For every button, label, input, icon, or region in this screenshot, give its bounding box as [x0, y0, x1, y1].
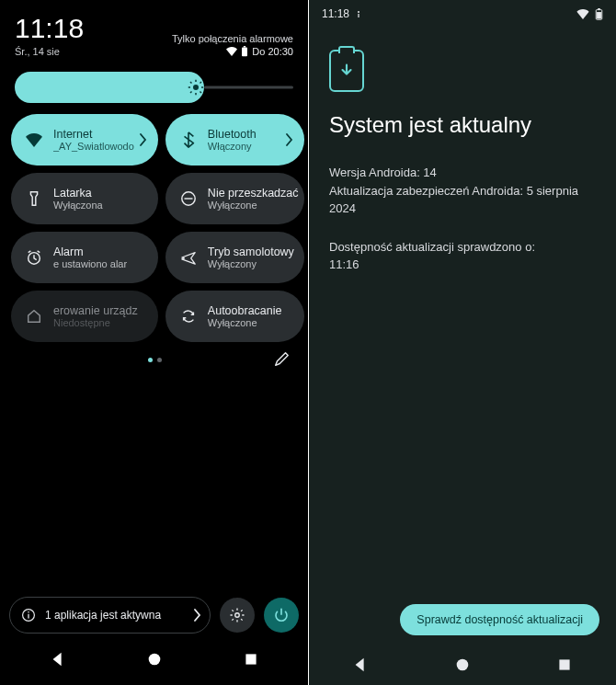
page-title: System jest aktualny — [329, 112, 596, 138]
bluetooth-icon — [178, 131, 199, 148]
nav-recents-button[interactable] — [233, 641, 269, 678]
security-patch-line: Aktualizacja zabezpieczeń Androida: 5 si… — [329, 182, 596, 218]
edit-tiles-button[interactable] — [273, 351, 290, 368]
battery-icon — [241, 46, 248, 57]
notification-dot-icon — [355, 9, 362, 18]
svg-rect-24 — [598, 8, 599, 10]
nav-home-button[interactable] — [136, 641, 173, 678]
info-icon — [21, 608, 36, 622]
active-apps-label: 1 aplikacja jest aktywna — [45, 609, 161, 622]
chevron-right-icon — [193, 609, 202, 622]
svg-point-2 — [193, 85, 199, 90]
active-apps-pill[interactable]: 1 aplikacja jest aktywna — [9, 597, 211, 634]
tile-flashlight[interactable]: Latarka Wyłączona — [11, 173, 158, 224]
tile-dnd[interactable]: Nie przeszkadzać Wyłączone — [165, 173, 304, 224]
nav-home-button[interactable] — [444, 646, 481, 683]
tile-label: Internet — [53, 128, 134, 141]
tile-sub: e ustawiono alar — [53, 258, 153, 269]
svg-rect-21 — [358, 14, 359, 17]
status-time: 11:18 — [322, 7, 349, 20]
flashlight-icon — [24, 190, 44, 207]
wifi-icon — [576, 9, 589, 19]
phone-system-update: 11:18 System jest aktualny Wersja Androi… — [308, 0, 616, 685]
svg-rect-19 — [245, 654, 256, 664]
date-label: Śr., 14 sie — [15, 46, 60, 57]
tile-label: Latarka — [53, 187, 153, 200]
update-phone-icon — [329, 50, 364, 92]
chevron-right-icon — [134, 133, 153, 146]
checked-label: Dostępność aktualizacji sprawdzono o: — [329, 238, 596, 257]
rotate-icon — [178, 308, 199, 325]
tile-sub: _AY_Swiatlowodo — [53, 141, 134, 152]
svg-rect-1 — [244, 46, 245, 48]
phone-quick-settings: 11:18 Tylko połączenia alarmowe Śr., 14 … — [0, 0, 308, 685]
power-icon — [273, 607, 290, 623]
tile-sub: Włączony — [208, 141, 280, 152]
brightness-icon — [188, 79, 204, 96]
svg-rect-23 — [597, 12, 601, 18]
dnd-icon — [178, 190, 199, 207]
home-icon — [24, 308, 44, 325]
svg-rect-26 — [560, 659, 570, 669]
nav-back-button[interactable] — [342, 646, 379, 683]
tile-sub: Wyłączone — [208, 317, 299, 328]
settings-button[interactable] — [220, 598, 255, 633]
tile-bluetooth[interactable]: Bluetooth Włączony — [165, 114, 304, 166]
svg-point-17 — [235, 613, 240, 618]
status-bar: 11:18 — [309, 0, 616, 24]
tile-label: Tryb samolotowy — [208, 245, 299, 258]
svg-rect-0 — [242, 48, 247, 57]
tile-label: Bluetooth — [208, 128, 280, 141]
airplane-icon — [178, 249, 199, 266]
tile-label: Autoobracanie — [208, 304, 299, 317]
status-icons: Do 20:30 — [226, 46, 293, 57]
svg-rect-16 — [28, 614, 29, 619]
nav-bar — [9, 641, 299, 678]
emergency-calls-label: Tylko połączenia alarmowe — [172, 33, 293, 44]
check-updates-button[interactable]: Sprawdź dostępność aktualizacji — [400, 604, 599, 635]
tile-sub: Niedostępne — [53, 317, 153, 328]
battery-until-label: Do 20:30 — [252, 46, 293, 57]
tile-sub: Wyłączony — [208, 258, 299, 269]
wifi-icon — [226, 47, 237, 56]
qs-header: 11:18 Tylko połączenia alarmowe Śr., 14 … — [0, 0, 308, 63]
alarm-icon — [24, 249, 44, 266]
tile-sub: Wyłączona — [53, 200, 153, 211]
brightness-slider[interactable] — [0, 63, 308, 114]
svg-line-8 — [200, 92, 201, 94]
svg-line-7 — [190, 82, 192, 84]
battery-icon — [595, 8, 603, 20]
svg-line-10 — [200, 82, 201, 84]
tile-sub: Wyłączone — [208, 200, 299, 211]
chevron-right-icon — [280, 133, 299, 146]
tile-airplane[interactable]: Tryb samolotowy Wyłączony — [165, 232, 304, 283]
svg-point-20 — [358, 11, 359, 13]
android-version-line: Wersja Androida: 14 — [329, 164, 596, 182]
page-indicator — [148, 358, 162, 362]
power-button[interactable] — [264, 598, 299, 633]
nav-back-button[interactable] — [40, 641, 76, 678]
nav-bar — [309, 645, 616, 685]
wifi-icon — [24, 133, 44, 147]
gear-icon — [229, 607, 245, 623]
nav-recents-button[interactable] — [546, 646, 583, 683]
svg-point-18 — [148, 654, 160, 666]
qs-tiles: Internet _AY_Swiatlowodo Bluetooth Włącz… — [0, 114, 308, 342]
tile-autorotate[interactable]: Autoobracanie Wyłączone — [165, 291, 304, 342]
tile-label: Alarm — [53, 245, 153, 258]
tile-label: Nie przeszkadzać — [208, 187, 299, 200]
svg-line-9 — [190, 92, 192, 94]
checked-time: 11:16 — [329, 256, 596, 274]
tile-label: erowanie urządz — [53, 304, 153, 317]
clock-time: 11:18 — [15, 13, 84, 44]
tile-internet[interactable]: Internet _AY_Swiatlowodo — [11, 114, 158, 166]
svg-point-25 — [457, 659, 469, 671]
tile-alarm[interactable]: Alarm e ustawiono alar — [11, 232, 158, 283]
tile-home-control[interactable]: erowanie urządz Niedostępne — [11, 291, 158, 342]
svg-point-15 — [28, 611, 29, 613]
